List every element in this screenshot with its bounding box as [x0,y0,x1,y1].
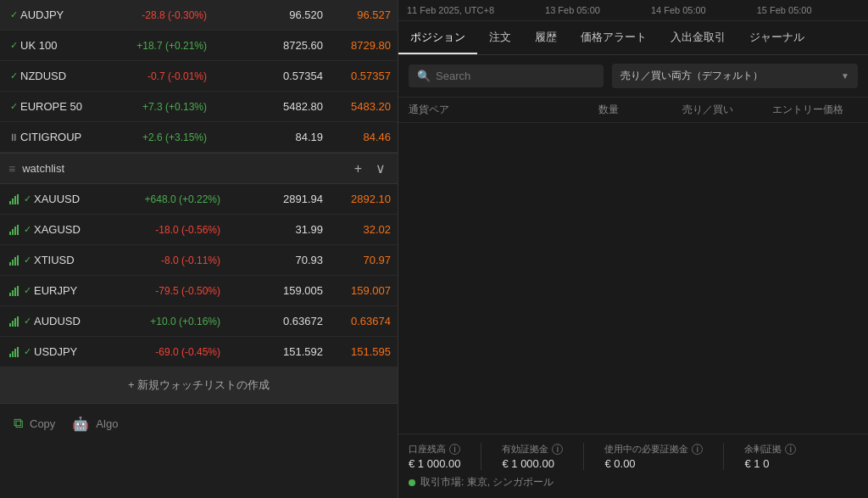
balance-info-icon[interactable]: i [449,444,460,455]
price-bid: 151.592 [220,345,323,358]
margin-used-stat: 使用中の必要証拠金 i € 0.00 [604,443,724,470]
symbol: CITIGROUP [20,131,97,143]
copy-tool[interactable]: ⧉ Copy [14,416,55,431]
balance-value: € 1 000.00 [409,457,460,470]
bar-chart-icon [9,286,19,296]
change: -8.0 (-0.11%) [110,255,220,266]
row-indicator: ✓ [7,40,20,51]
tab-ポジション[interactable]: ポジション [398,21,477,54]
price-bid: 70.93 [220,254,323,266]
bottom-info-bar: 口座残高 i € 1 000.00 有効証拠金 i € 1 000.00 使用中… [398,434,868,498]
bars-indicator [7,225,20,235]
search-icon: 🔍 [417,70,431,82]
col-header-2: 売り／買い [658,103,758,117]
symbol: XAGUSD [34,223,110,236]
search-box: 🔍 [409,64,604,87]
watchlist-item-row[interactable]: ✓USDJPY-69.0 (-0.45%)151.592151.595 [0,337,398,367]
change: +648.0 (+0.22%) [110,193,220,205]
balance-label: 口座残高 i [409,443,460,456]
bar-chart-icon [9,316,19,327]
table-row[interactable]: ✓EUROPE 50+7.3 (+0.13%)5482.805483.20 [0,92,398,122]
change: -69.0 (-0.45%) [110,346,220,358]
price-ask: 151.595 [323,345,391,358]
price-ask: 2892.10 [323,193,391,205]
margin-used-info-icon[interactable]: i [692,444,703,455]
price-bid: 159.005 [220,284,323,297]
watchlist-item-row[interactable]: ✓XAUUSD+648.0 (+0.22%)2891.942892.10 [0,184,398,215]
search-input[interactable] [436,70,595,82]
account-stats: 口座残高 i € 1 000.00 有効証拠金 i € 1 000.00 使用中… [409,443,858,470]
algo-tool[interactable]: 🤖 Algo [72,416,118,432]
check-icon: ✓ [20,255,34,266]
bars-icon: ⏸ [8,131,19,143]
collapse-watchlist-button[interactable]: ∨ [372,160,389,176]
equity-info-icon[interactable]: i [552,444,563,455]
table-row[interactable]: ✓UK 100+18.7 (+0.21%)8725.608729.80 [0,31,398,61]
drag-icon: ≡ [8,162,15,176]
table-row[interactable]: ✓NZDUSD-0.7 (-0.01%)0.573540.57357 [0,61,398,92]
table-row[interactable]: ⏸CITIGROUP+2.6 (+3.15%)84.1984.46 [0,122,398,153]
price-ask: 32.02 [323,223,391,236]
symbol: AUDUSD [34,315,110,327]
symbol: NZDUSD [20,70,97,82]
algo-label: Algo [96,417,118,430]
margin-used-value: € 0.00 [604,457,703,470]
search-filter-bar: 🔍 売り／買い両方（デフォルト） ▼ [398,55,868,98]
bars-indicator [7,194,20,204]
watchlist-item-row[interactable]: ✓XAGUSD-18.0 (-0.56%)31.9932.02 [0,215,398,245]
status-dot [409,479,415,486]
chart-date: 11 Feb 2025, UTC+8 [407,5,494,15]
bars-indicator [7,316,20,327]
chart-date: 15 Feb 05:00 [757,5,812,15]
watchlist-header: ≡ watchlist + ∨ [0,153,398,184]
filter-dropdown[interactable]: 売り／買い両方（デフォルト） ▼ [612,64,858,88]
create-watchlist-button[interactable]: + 新規ウォッチリストの作成 [0,367,398,404]
top-watchlist-table: ✓AUDJPY-28.8 (-0.30%)96.52096.527✓UK 100… [0,0,398,153]
check-icon: ✓ [20,346,34,357]
copy-icon: ⧉ [14,416,23,431]
tab-入出金取引[interactable]: 入出金取引 [659,21,737,54]
price-bid: 84.19 [207,131,323,143]
create-watchlist-label: + 新規ウォッチリストの作成 [128,378,270,393]
add-watchlist-item-button[interactable]: + [351,160,365,176]
chart-date: 14 Feb 05:00 [651,5,706,15]
table-row[interactable]: ✓AUDJPY-28.8 (-0.30%)96.52096.527 [0,0,398,31]
check-icon: ✓ [10,70,18,81]
tab-注文[interactable]: 注文 [477,21,523,54]
row-indicator: ✓ [7,9,20,20]
bars-indicator [7,255,20,266]
copy-label: Copy [30,417,55,430]
check-icon: ✓ [20,285,34,296]
price-ask: 0.63674 [323,315,391,327]
symbol: EURJPY [34,284,110,297]
filter-label: 売り／買い両方（デフォルト） [620,69,763,83]
check-icon: ✓ [20,193,34,204]
change: -18.0 (-0.56%) [110,224,220,236]
tab-価格アラート[interactable]: 価格アラート [569,21,659,54]
bar-chart-icon [9,194,19,204]
right-panel: 11 Feb 2025, UTC+813 Feb 05:0014 Feb 05:… [398,0,868,498]
watchlist-item-row[interactable]: ✓EURJPY-79.5 (-0.50%)159.005159.007 [0,276,398,306]
price-bid: 0.57354 [207,70,323,82]
watchlist-item-row[interactable]: ✓XTIUSD-8.0 (-0.11%)70.9370.97 [0,245,398,276]
watchlist-label: watchlist [22,162,350,175]
positions-table-header: 通貨ペア数量売り／買いエントリー価格 [398,98,868,123]
row-indicator: ✓ [7,101,20,112]
col-header-0: 通貨ペア [409,103,559,117]
tab-履歴[interactable]: 履歴 [523,21,569,54]
balance-stat: 口座残高 i € 1 000.00 [409,443,481,470]
tab-ジャーナル[interactable]: ジャーナル [737,21,816,54]
watchlist-item-row[interactable]: ✓AUDUSD+10.0 (+0.16%)0.636720.63674 [0,306,398,337]
left-panel: ✓AUDJPY-28.8 (-0.30%)96.52096.527✓UK 100… [0,0,398,498]
check-icon: ✓ [20,316,34,327]
change: -28.8 (-0.30%) [97,9,207,21]
equity-stat: 有効証拠金 i € 1 000.00 [502,443,584,470]
price-bid: 2891.94 [220,193,323,205]
equity-value: € 1 000.00 [502,457,563,470]
symbol: XTIUSD [34,254,110,266]
price-ask: 96.527 [323,8,391,21]
change: -0.7 (-0.01%) [97,70,207,82]
tabs-bar: ポジション注文履歴価格アラート入出金取引ジャーナル [398,21,868,55]
algo-icon: 🤖 [72,416,89,432]
margin-free-info-icon[interactable]: i [785,444,796,455]
